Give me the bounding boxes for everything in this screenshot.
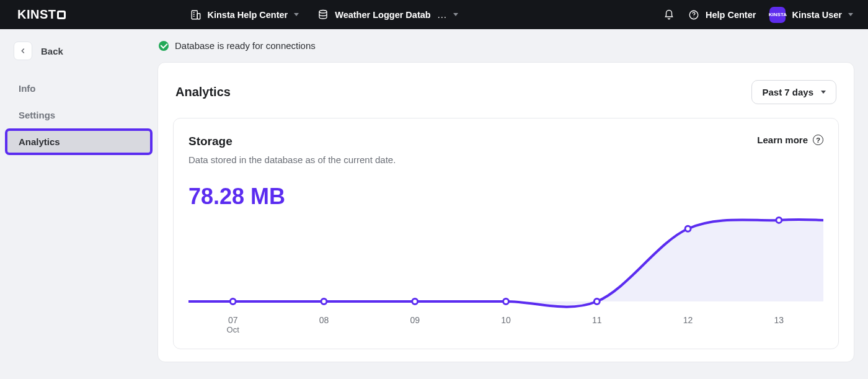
x-tick-label: 13 — [774, 315, 784, 325]
time-range-label: Past 7 days — [762, 87, 813, 97]
x-tick-label: 08 — [319, 315, 329, 325]
status-text: Database is ready for connections — [175, 40, 316, 51]
svg-point-10 — [412, 299, 418, 305]
company-icon — [190, 9, 202, 20]
sidebar-item-label: Analytics — [19, 136, 60, 147]
sidebar-item-info[interactable]: Info — [6, 76, 151, 100]
analytics-card: Analytics Past 7 days Storage Data store… — [157, 62, 854, 362]
brand-logo: KINST — [17, 7, 66, 22]
sidebar-item-analytics[interactable]: Analytics — [6, 130, 151, 154]
storage-subtitle: Data stored in the database as of the cu… — [188, 154, 396, 165]
storage-chart: 07Oct080910111213 — [188, 215, 823, 337]
back-button[interactable] — [14, 42, 32, 60]
help-center-link[interactable]: Help Center — [688, 9, 756, 20]
x-tick-label: 12 — [683, 315, 693, 325]
chevron-down-icon — [294, 13, 299, 16]
status-banner: Database is ready for connections — [157, 29, 854, 62]
chevron-down-icon — [453, 13, 458, 16]
back-label: Back — [41, 46, 63, 56]
bell-icon[interactable] — [663, 9, 675, 20]
x-tick-label: 07Oct — [227, 315, 239, 334]
storage-panel: Storage Data stored in the database as o… — [173, 118, 839, 349]
svg-point-12 — [594, 299, 600, 305]
svg-point-14 — [776, 217, 782, 223]
user-dropdown[interactable]: KINSTA Kinsta User — [769, 7, 853, 23]
storage-current-value: 78.28 MB — [188, 184, 823, 210]
help-icon: ? — [813, 135, 823, 145]
svg-point-8 — [230, 299, 236, 305]
sidebar-item-label: Settings — [19, 110, 55, 120]
chevron-down-icon — [848, 13, 853, 16]
check-icon — [159, 41, 169, 51]
topbar: KINST Kinsta Help Center Weather Logger … — [0, 0, 868, 29]
time-range-dropdown[interactable]: Past 7 days — [751, 80, 836, 104]
sidebar-item-settings[interactable]: Settings — [6, 103, 151, 127]
org-dropdown[interactable]: Kinsta Help Center — [190, 9, 299, 20]
user-name: Kinsta User — [792, 10, 842, 20]
x-tick-label: 09 — [410, 315, 420, 325]
analytics-title: Analytics — [175, 85, 231, 99]
project-label: Weather Logger Datab — [335, 10, 430, 20]
arrow-left-icon — [19, 47, 27, 55]
help-center-label: Help Center — [706, 10, 756, 20]
database-icon — [317, 9, 329, 20]
learn-more-link[interactable]: Learn more ? — [757, 135, 823, 145]
svg-rect-1 — [197, 13, 200, 19]
x-tick-label: 10 — [501, 315, 511, 325]
org-label: Kinsta Help Center — [208, 10, 288, 20]
x-tick-label: 11 — [592, 315, 602, 325]
sidebar: Back Info Settings Analytics — [0, 29, 157, 379]
svg-point-11 — [503, 299, 509, 305]
help-icon — [688, 9, 699, 20]
svg-point-13 — [685, 226, 691, 231]
avatar: KINSTA — [769, 7, 786, 23]
storage-title: Storage — [188, 135, 396, 148]
project-dropdown[interactable]: Weather Logger Datab … — [317, 9, 458, 20]
sidebar-item-label: Info — [19, 83, 36, 94]
svg-point-9 — [321, 299, 327, 305]
svg-point-7 — [693, 17, 694, 17]
chevron-down-icon — [821, 91, 826, 94]
svg-rect-0 — [192, 11, 197, 19]
truncation-ellipsis: … — [437, 9, 447, 20]
learn-more-label: Learn more — [757, 135, 808, 145]
svg-point-5 — [319, 10, 327, 13]
main-content: Database is ready for connections Analyt… — [157, 29, 868, 379]
